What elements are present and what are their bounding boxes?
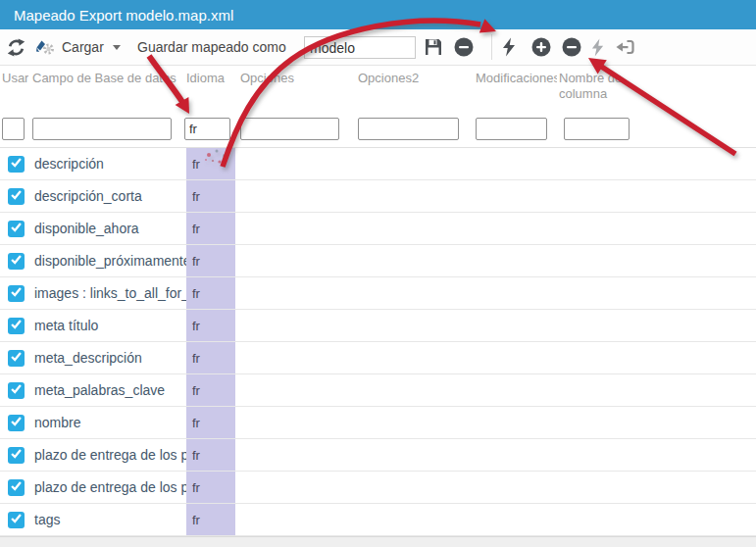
execute-button[interactable] <box>501 29 517 65</box>
row-checkbox[interactable] <box>8 221 25 237</box>
field-name-cell: descripción <box>32 148 186 179</box>
row-checkbox[interactable] <box>8 253 25 270</box>
grid-footer <box>0 536 756 547</box>
table-row[interactable]: descripción_corta fr <box>0 180 756 213</box>
idioma-cell[interactable]: fr <box>186 148 235 179</box>
field-name-cell: disponible_ahora <box>32 213 186 244</box>
checkmark-icon <box>9 284 24 303</box>
table-row[interactable]: plazo de entrega de los p fr <box>0 439 756 472</box>
nombre-columna-filter-input[interactable] <box>564 118 630 140</box>
lightning-disabled-icon <box>590 38 605 57</box>
field-name-cell: meta_descripción <box>32 342 186 373</box>
usar-cell <box>0 504 32 535</box>
opciones-filter-input[interactable] <box>240 118 339 140</box>
idioma-cell[interactable]: fr <box>186 310 235 341</box>
idioma-cell[interactable]: fr <box>186 213 235 244</box>
table-row[interactable]: plazo de entrega de los p fr <box>0 472 756 504</box>
grid-body: descripción fr descripción_corta fr <box>0 148 756 536</box>
campo-filter-input[interactable] <box>32 118 172 140</box>
checkmark-icon <box>9 381 24 400</box>
column-header-idioma: Idioma <box>186 71 233 86</box>
usar-cell <box>0 472 32 503</box>
add-button[interactable] <box>530 29 552 65</box>
idioma-cell[interactable]: fr <box>186 374 235 406</box>
field-name-cell: plazo de entrega de los p <box>32 472 186 503</box>
idioma-cell[interactable]: fr <box>186 342 235 373</box>
idioma-cell[interactable]: fr <box>186 407 235 438</box>
usar-filter-input[interactable] <box>2 118 25 140</box>
table-row[interactable]: disponible_próximamente fr <box>0 245 756 277</box>
export-mapping-window: Mapeado Export modelo.map.xml <box>0 0 756 547</box>
empty-cells <box>235 245 756 276</box>
column-header-usar: Usar <box>2 71 28 86</box>
opciones2-filter-input[interactable] <box>358 118 459 140</box>
checkmark-icon <box>9 187 24 206</box>
table-row[interactable]: nombre fr <box>0 407 756 439</box>
idioma-cell[interactable]: fr <box>186 277 235 309</box>
toolbar-separator <box>491 34 492 60</box>
remove-button[interactable] <box>453 29 475 65</box>
checkmark-icon <box>9 446 24 465</box>
idioma-cell[interactable]: fr <box>186 504 235 535</box>
empty-cells <box>235 213 756 244</box>
toolbar: Cargar Guardar mapeado como <box>0 29 756 66</box>
empty-cells <box>235 374 756 406</box>
row-checkbox[interactable] <box>8 350 25 367</box>
empty-cells <box>235 504 756 535</box>
mapping-name-input[interactable] <box>304 36 416 59</box>
row-checkbox[interactable] <box>8 188 25 205</box>
empty-cells <box>235 439 756 471</box>
row-checkbox[interactable] <box>8 382 25 399</box>
idioma-filter-input[interactable] <box>184 118 230 140</box>
column-header-modificaciones: Modificaciones <box>476 71 557 86</box>
save-button[interactable] <box>424 29 443 65</box>
table-row[interactable]: meta título fr <box>0 310 756 342</box>
row-checkbox[interactable] <box>8 415 25 431</box>
idioma-cell[interactable]: fr <box>186 472 235 503</box>
field-name-cell: meta_palabras_clave <box>32 374 186 406</box>
empty-cells <box>235 472 756 503</box>
window-title: Mapeado Export modelo.map.xml <box>14 7 233 24</box>
usar-cell <box>0 439 32 471</box>
table-row[interactable]: descripción fr <box>0 148 756 180</box>
table-row[interactable]: meta_palabras_clave fr <box>0 374 756 407</box>
save-icon <box>424 37 443 57</box>
execute-disabled-button[interactable] <box>590 29 605 65</box>
table-row[interactable]: disponible_ahora fr <box>0 213 756 245</box>
row-checkbox[interactable] <box>8 447 25 464</box>
exit-button[interactable] <box>616 29 635 65</box>
usar-cell <box>0 245 32 276</box>
idioma-cell[interactable]: fr <box>186 245 235 276</box>
checkmark-icon <box>9 252 24 271</box>
field-name-cell: plazo de entrega de los p <box>32 439 186 471</box>
checkmark-icon <box>9 511 24 529</box>
load-button[interactable]: Cargar <box>35 29 104 65</box>
usar-cell <box>0 180 32 212</box>
usar-cell <box>0 374 32 406</box>
checkmark-icon <box>9 414 24 432</box>
empty-cells <box>235 148 756 179</box>
modificaciones-filter-input[interactable] <box>476 118 547 140</box>
table-row[interactable]: meta_descripción fr <box>0 342 756 374</box>
plus-circle-icon <box>530 36 552 58</box>
usar-cell <box>0 213 32 244</box>
empty-cells <box>235 180 756 212</box>
refresh-icon <box>7 38 25 57</box>
column-header-opciones: Opciones <box>240 71 353 86</box>
table-row[interactable]: images : links_to_all_for_ fr <box>0 277 756 310</box>
idioma-cell[interactable]: fr <box>186 180 235 212</box>
row-checkbox[interactable] <box>8 318 25 334</box>
usar-cell <box>0 310 32 341</box>
refresh-button[interactable] <box>7 29 25 65</box>
row-checkbox[interactable] <box>8 479 25 496</box>
load-dropdown-button[interactable] <box>113 29 121 65</box>
row-checkbox[interactable] <box>8 285 25 302</box>
load-button-label: Cargar <box>62 39 104 55</box>
remove-column-button[interactable] <box>561 29 582 65</box>
idioma-cell[interactable]: fr <box>186 439 235 471</box>
row-checkbox[interactable] <box>8 512 25 528</box>
usar-cell <box>0 277 32 309</box>
table-row[interactable]: tags fr <box>0 504 756 536</box>
row-checkbox[interactable] <box>8 156 25 173</box>
empty-cells <box>235 277 756 309</box>
